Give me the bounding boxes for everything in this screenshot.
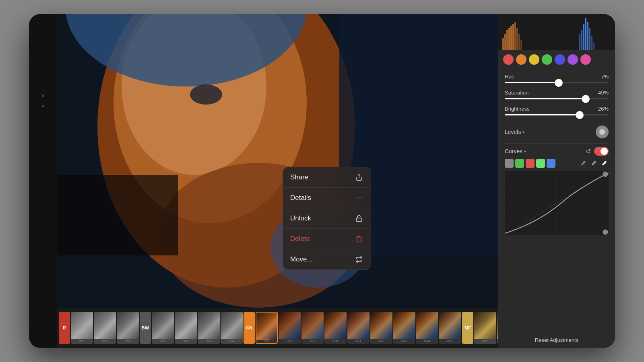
swatch-red[interactable] — [503, 54, 514, 65]
photo-area — [57, 14, 498, 308]
curves-title[interactable]: Curves ▾ — [505, 148, 526, 154]
svg-rect-30 — [587, 22, 588, 50]
brightness-slider[interactable] — [505, 114, 609, 115]
ellipsis-icon — [355, 193, 363, 202]
film-thumb-r-002[interactable]: 002 — [94, 312, 116, 344]
hue-slider[interactable] — [505, 82, 609, 83]
film-group-label-cn: CN — [244, 312, 255, 344]
film-group-label-r: R — [59, 312, 70, 344]
swatch-green[interactable] — [542, 54, 552, 65]
menu-item-details[interactable]: Details — [283, 188, 371, 208]
svg-rect-28 — [583, 24, 584, 50]
brightness-value: 26% — [598, 106, 609, 112]
svg-rect-29 — [585, 18, 586, 50]
photo-overlay-svg — [57, 14, 498, 308]
curve-swatch-lightgreen[interactable] — [536, 159, 545, 168]
reset-label: Reset Adjustments — [535, 337, 578, 343]
menu-item-unlock[interactable]: Unlock — [283, 208, 371, 229]
menu-item-share[interactable]: Share — [283, 167, 371, 188]
curve-swatch-gray[interactable] — [505, 159, 514, 168]
film-thumb-un-004[interactable]: 004 — [416, 312, 438, 344]
film-thumb-un-002[interactable]: 002 — [370, 312, 392, 344]
levels-label: Levels — [505, 129, 521, 135]
menu-share-label: Share — [290, 173, 308, 181]
svg-rect-32 — [591, 36, 592, 50]
saturation-label: Saturation — [505, 90, 528, 96]
curves-section: Curves ▾ ↺ — [505, 143, 609, 235]
film-thumb-mf-002[interactable]: 002 — [497, 312, 498, 344]
curve-swatch-red[interactable] — [526, 159, 535, 168]
film-thumb-un-005[interactable]: 005 — [439, 312, 461, 344]
curves-label: Curves — [505, 148, 522, 154]
film-thumb-cn-002[interactable]: 002 — [279, 312, 301, 344]
film-thumb-un-001[interactable]: 001 — [347, 312, 369, 344]
swatch-orange[interactable] — [516, 54, 526, 65]
film-thumb-cn-001-active[interactable]: 001 — [256, 312, 278, 344]
share-icon — [355, 173, 363, 182]
reset-adjustments-button[interactable]: Reset Adjustments — [498, 332, 615, 348]
swatch-yellow[interactable] — [529, 54, 539, 65]
hue-value: 7% — [601, 74, 609, 80]
swatch-blue[interactable] — [555, 54, 565, 65]
levels-section-header: Levels ▾ — [505, 122, 609, 142]
film-thumb-bw-003[interactable]: 003 — [198, 312, 220, 344]
levels-circle-toggle[interactable] — [596, 125, 609, 138]
film-thumb-bw-002[interactable]: 002 — [175, 312, 197, 344]
curves-controls — [505, 159, 609, 168]
svg-rect-16 — [502, 38, 504, 50]
svg-rect-17 — [504, 34, 506, 50]
color-swatches-row — [498, 50, 615, 69]
svg-point-12 — [359, 197, 359, 198]
curve-swatch-blue[interactable] — [547, 159, 555, 168]
svg-point-43 — [603, 230, 608, 234]
svg-rect-20 — [510, 26, 512, 50]
svg-point-42 — [603, 172, 608, 177]
eyedropper-white-icon[interactable] — [600, 159, 609, 168]
film-thumb-cn-003[interactable]: 003 — [301, 312, 324, 344]
eyedropper-black-icon[interactable] — [579, 159, 588, 168]
curves-header: Curves ▾ ↺ — [505, 147, 609, 156]
svg-rect-22 — [514, 22, 516, 50]
hue-adjustment: Hue 7% — [505, 74, 609, 83]
film-thumb-bw-004[interactable]: 004 — [221, 312, 243, 344]
svg-point-13 — [361, 197, 361, 198]
svg-rect-26 — [579, 34, 580, 50]
swatch-purple[interactable] — [568, 54, 578, 65]
film-thumb-cn-004[interactable]: 004 — [324, 312, 347, 344]
svg-rect-8 — [57, 175, 178, 255]
curves-graph[interactable] — [505, 171, 609, 235]
curves-toggle[interactable] — [594, 147, 609, 156]
curve-swatch-green[interactable] — [515, 159, 524, 168]
left-edge — [29, 14, 57, 348]
film-thumb-mf-001[interactable]: 001 — [474, 312, 496, 344]
menu-item-move[interactable]: Move... — [283, 249, 371, 269]
svg-rect-24 — [518, 34, 520, 50]
levels-title[interactable]: Levels ▾ — [505, 129, 524, 135]
svg-point-11 — [357, 197, 357, 198]
menu-item-delete[interactable]: Delete — [283, 229, 371, 249]
film-group-label-mf: MF — [462, 312, 473, 344]
svg-rect-25 — [520, 40, 522, 50]
levels-chevron-icon: ▾ — [522, 130, 524, 134]
film-thumb-un-003[interactable]: 003 — [393, 312, 415, 344]
curves-reset-icon[interactable]: ↺ — [586, 148, 591, 155]
svg-rect-19 — [508, 28, 510, 50]
eyedropper-gray-icon[interactable] — [589, 159, 598, 168]
film-group-label-bw: BW — [140, 312, 151, 344]
film-thumb-r-001[interactable]: 001 — [71, 312, 93, 344]
context-menu: Share Details Unlock — [283, 167, 371, 270]
menu-delete-label: Delete — [290, 235, 310, 243]
saturation-slider[interactable] — [505, 98, 609, 99]
trash-icon — [355, 234, 363, 243]
film-thumb-bw-001[interactable]: 001 — [152, 312, 174, 344]
svg-point-9 — [190, 84, 222, 105]
swatch-pink[interactable] — [580, 54, 591, 65]
edge-dot-2 — [42, 105, 44, 107]
device-frame: Share Details Unlock — [29, 14, 615, 348]
curves-chevron-icon: ▾ — [524, 149, 526, 154]
adjustments-panel: Hue 7% Saturation 49% — [498, 69, 615, 332]
saturation-adjustment: Saturation 49% — [505, 90, 609, 99]
histogram — [498, 14, 615, 50]
film-thumb-r-003[interactable]: 003 — [117, 312, 139, 344]
filmstrip: R 001 002 003 BW 001 002 003 004 — [57, 308, 498, 348]
